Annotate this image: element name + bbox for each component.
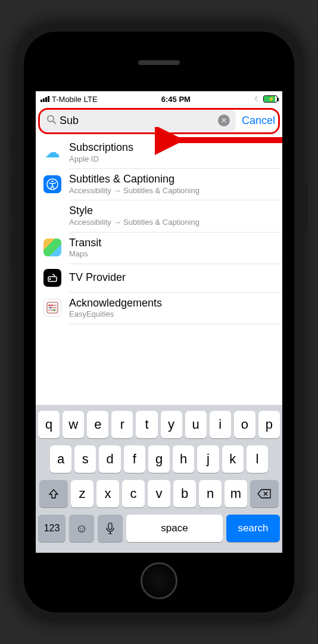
result-style[interactable]: Style Accessibility → Subtitles & Captio…: [36, 200, 282, 231]
svg-point-4: [52, 180, 54, 182]
svg-point-12: [51, 305, 53, 306]
clock: 6:45 PM: [161, 95, 191, 104]
result-subtitles-captioning[interactable]: Subtitles & Captioning Accessibility → S…: [36, 168, 282, 200]
result-subtitle: Accessibility → Subtitles & Captioning: [69, 218, 199, 227]
key-f[interactable]: f: [124, 445, 145, 473]
key-b[interactable]: b: [173, 480, 196, 507]
key-q[interactable]: q: [38, 411, 60, 438]
battery-icon: ⚡: [263, 95, 278, 103]
search-results: ☁ Subscriptions Apple ID Subtitles & Cap…: [36, 137, 282, 324]
key-w[interactable]: w: [63, 411, 84, 438]
keyboard-row-4: 123 ☺ space search: [38, 515, 280, 542]
signal-icon: [40, 96, 49, 102]
key-i[interactable]: i: [210, 411, 231, 438]
keyboard: q w e r t y u i o p a s d f g h: [36, 405, 282, 553]
accessibility-icon: [43, 175, 61, 193]
key-p[interactable]: p: [258, 411, 280, 438]
result-title: Style: [69, 205, 199, 218]
key-m[interactable]: m: [225, 480, 247, 507]
key-a[interactable]: a: [50, 445, 71, 473]
key-123[interactable]: 123: [38, 515, 66, 542]
key-x[interactable]: x: [96, 480, 119, 507]
result-subtitle: Accessibility → Subtitles & Captioning: [69, 186, 199, 196]
key-mic[interactable]: [98, 515, 123, 542]
emoji-icon: ☺: [76, 522, 88, 535]
key-k[interactable]: k: [222, 445, 244, 473]
search-icon: [46, 114, 56, 126]
key-t[interactable]: t: [136, 411, 157, 438]
abacus-icon: [43, 299, 61, 317]
key-e[interactable]: e: [87, 411, 108, 438]
result-title: TV Provider: [69, 271, 126, 284]
maps-icon: [43, 239, 61, 256]
tv-provider-icon: [43, 269, 61, 287]
svg-rect-15: [108, 523, 112, 530]
key-h[interactable]: h: [173, 445, 194, 473]
do-not-disturb-icon: ☾: [254, 95, 261, 103]
home-button[interactable]: [141, 562, 177, 599]
result-tv-provider[interactable]: TV Provider: [36, 264, 282, 292]
result-title: Subtitles & Captioning: [69, 173, 199, 186]
key-n[interactable]: n: [199, 480, 222, 507]
search-field[interactable]: ✕: [40, 109, 236, 132]
clear-icon[interactable]: ✕: [218, 114, 230, 126]
carrier-label: T-Mobile: [52, 95, 82, 104]
search-input[interactable]: [60, 114, 214, 127]
key-backspace[interactable]: [250, 480, 279, 507]
key-j[interactable]: j: [197, 445, 219, 473]
svg-point-11: [49, 305, 51, 306]
keyboard-row-2: a s d f g h j k l: [38, 445, 280, 473]
key-emoji[interactable]: ☺: [69, 515, 94, 542]
result-subtitle: Maps: [69, 249, 101, 259]
status-bar: T-Mobile LTE 6:45 PM ☾ ⚡: [36, 91, 282, 107]
backspace-icon: [257, 488, 272, 499]
key-u[interactable]: u: [185, 411, 207, 438]
keyboard-row-1: q w e r t y u i o p: [38, 411, 280, 438]
shift-icon: [48, 488, 60, 500]
key-r[interactable]: r: [111, 411, 133, 438]
result-subtitle: Apple ID: [69, 154, 133, 164]
result-acknowledgements[interactable]: Acknowledgements EasyEquities: [36, 292, 282, 324]
keyboard-row-3: z x c v b n m: [38, 480, 280, 507]
key-search[interactable]: search: [226, 515, 280, 542]
key-shift[interactable]: [39, 480, 68, 507]
phone-speaker: [138, 60, 180, 65]
svg-point-13: [50, 307, 52, 309]
svg-point-14: [54, 309, 55, 311]
result-subtitle: EasyEquities: [69, 309, 162, 319]
result-title: Subscriptions: [69, 141, 133, 154]
key-d[interactable]: d: [99, 445, 120, 473]
result-transit[interactable]: Transit Maps: [36, 232, 282, 264]
svg-line-1: [53, 121, 55, 123]
key-y[interactable]: y: [161, 411, 182, 438]
svg-point-6: [49, 278, 51, 280]
result-title: Acknowledgements: [69, 297, 162, 310]
mic-icon: [106, 522, 114, 534]
key-g[interactable]: g: [148, 445, 170, 473]
cancel-button[interactable]: Cancel: [239, 114, 278, 127]
key-v[interactable]: v: [148, 480, 170, 507]
blank-icon: [43, 206, 62, 225]
result-subscriptions[interactable]: ☁ Subscriptions Apple ID: [36, 137, 282, 168]
cloud-icon: ☁: [45, 143, 60, 162]
key-z[interactable]: z: [71, 480, 93, 507]
result-title: Transit: [69, 237, 101, 250]
key-c[interactable]: c: [122, 480, 145, 507]
key-s[interactable]: s: [74, 445, 96, 473]
search-bar-container: ✕ Cancel: [36, 107, 282, 137]
network-label: LTE: [84, 95, 98, 104]
key-space[interactable]: space: [126, 515, 223, 542]
key-o[interactable]: o: [234, 411, 255, 438]
key-l[interactable]: l: [247, 445, 268, 473]
